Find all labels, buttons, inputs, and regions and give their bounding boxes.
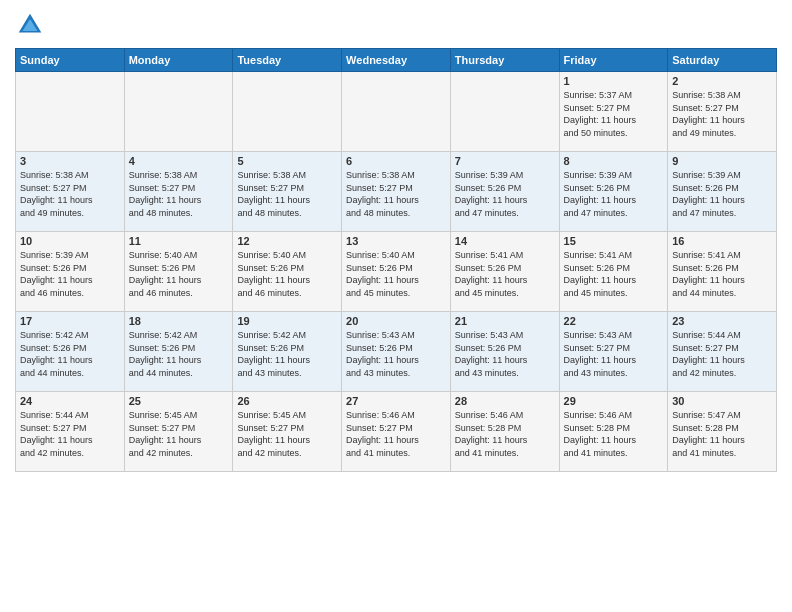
- calendar-cell: 18Sunrise: 5:42 AM Sunset: 5:26 PM Dayli…: [124, 312, 233, 392]
- day-number: 25: [129, 395, 229, 407]
- day-info: Sunrise: 5:41 AM Sunset: 5:26 PM Dayligh…: [455, 249, 555, 299]
- day-number: 5: [237, 155, 337, 167]
- week-row-0: 1Sunrise: 5:37 AM Sunset: 5:27 PM Daylig…: [16, 72, 777, 152]
- calendar-cell: 21Sunrise: 5:43 AM Sunset: 5:26 PM Dayli…: [450, 312, 559, 392]
- logo: [15, 10, 49, 40]
- day-number: 30: [672, 395, 772, 407]
- calendar-cell: 2Sunrise: 5:38 AM Sunset: 5:27 PM Daylig…: [668, 72, 777, 152]
- day-info: Sunrise: 5:46 AM Sunset: 5:27 PM Dayligh…: [346, 409, 446, 459]
- day-info: Sunrise: 5:45 AM Sunset: 5:27 PM Dayligh…: [237, 409, 337, 459]
- week-row-2: 10Sunrise: 5:39 AM Sunset: 5:26 PM Dayli…: [16, 232, 777, 312]
- calendar-cell: 1Sunrise: 5:37 AM Sunset: 5:27 PM Daylig…: [559, 72, 668, 152]
- calendar-cell: 28Sunrise: 5:46 AM Sunset: 5:28 PM Dayli…: [450, 392, 559, 472]
- day-number: 9: [672, 155, 772, 167]
- calendar-cell: 17Sunrise: 5:42 AM Sunset: 5:26 PM Dayli…: [16, 312, 125, 392]
- calendar-cell: 7Sunrise: 5:39 AM Sunset: 5:26 PM Daylig…: [450, 152, 559, 232]
- day-info: Sunrise: 5:42 AM Sunset: 5:26 PM Dayligh…: [237, 329, 337, 379]
- day-number: 15: [564, 235, 664, 247]
- day-info: Sunrise: 5:39 AM Sunset: 5:26 PM Dayligh…: [20, 249, 120, 299]
- day-info: Sunrise: 5:38 AM Sunset: 5:27 PM Dayligh…: [346, 169, 446, 219]
- header-day-wednesday: Wednesday: [342, 49, 451, 72]
- day-info: Sunrise: 5:42 AM Sunset: 5:26 PM Dayligh…: [20, 329, 120, 379]
- day-info: Sunrise: 5:43 AM Sunset: 5:26 PM Dayligh…: [346, 329, 446, 379]
- day-info: Sunrise: 5:47 AM Sunset: 5:28 PM Dayligh…: [672, 409, 772, 459]
- calendar-cell: 12Sunrise: 5:40 AM Sunset: 5:26 PM Dayli…: [233, 232, 342, 312]
- day-info: Sunrise: 5:40 AM Sunset: 5:26 PM Dayligh…: [129, 249, 229, 299]
- calendar-cell: [124, 72, 233, 152]
- calendar-cell: 11Sunrise: 5:40 AM Sunset: 5:26 PM Dayli…: [124, 232, 233, 312]
- day-number: 10: [20, 235, 120, 247]
- logo-icon: [15, 10, 45, 40]
- day-number: 27: [346, 395, 446, 407]
- day-number: 3: [20, 155, 120, 167]
- calendar-cell: [233, 72, 342, 152]
- day-info: Sunrise: 5:43 AM Sunset: 5:26 PM Dayligh…: [455, 329, 555, 379]
- day-number: 16: [672, 235, 772, 247]
- calendar-cell: 15Sunrise: 5:41 AM Sunset: 5:26 PM Dayli…: [559, 232, 668, 312]
- calendar-cell: 4Sunrise: 5:38 AM Sunset: 5:27 PM Daylig…: [124, 152, 233, 232]
- day-number: 24: [20, 395, 120, 407]
- day-info: Sunrise: 5:40 AM Sunset: 5:26 PM Dayligh…: [346, 249, 446, 299]
- header-day-thursday: Thursday: [450, 49, 559, 72]
- day-number: 13: [346, 235, 446, 247]
- page-header: [15, 10, 777, 40]
- week-row-3: 17Sunrise: 5:42 AM Sunset: 5:26 PM Dayli…: [16, 312, 777, 392]
- day-info: Sunrise: 5:46 AM Sunset: 5:28 PM Dayligh…: [564, 409, 664, 459]
- week-row-4: 24Sunrise: 5:44 AM Sunset: 5:27 PM Dayli…: [16, 392, 777, 472]
- calendar-cell: 19Sunrise: 5:42 AM Sunset: 5:26 PM Dayli…: [233, 312, 342, 392]
- day-info: Sunrise: 5:39 AM Sunset: 5:26 PM Dayligh…: [455, 169, 555, 219]
- day-number: 23: [672, 315, 772, 327]
- day-info: Sunrise: 5:38 AM Sunset: 5:27 PM Dayligh…: [672, 89, 772, 139]
- day-info: Sunrise: 5:44 AM Sunset: 5:27 PM Dayligh…: [20, 409, 120, 459]
- day-info: Sunrise: 5:44 AM Sunset: 5:27 PM Dayligh…: [672, 329, 772, 379]
- calendar-cell: 30Sunrise: 5:47 AM Sunset: 5:28 PM Dayli…: [668, 392, 777, 472]
- calendar-cell: 9Sunrise: 5:39 AM Sunset: 5:26 PM Daylig…: [668, 152, 777, 232]
- day-number: 29: [564, 395, 664, 407]
- calendar-cell: 24Sunrise: 5:44 AM Sunset: 5:27 PM Dayli…: [16, 392, 125, 472]
- day-number: 19: [237, 315, 337, 327]
- day-number: 20: [346, 315, 446, 327]
- header-day-monday: Monday: [124, 49, 233, 72]
- day-number: 7: [455, 155, 555, 167]
- page-container: SundayMondayTuesdayWednesdayThursdayFrid…: [0, 0, 792, 477]
- header-day-tuesday: Tuesday: [233, 49, 342, 72]
- calendar-cell: 10Sunrise: 5:39 AM Sunset: 5:26 PM Dayli…: [16, 232, 125, 312]
- header-day-sunday: Sunday: [16, 49, 125, 72]
- header-row: SundayMondayTuesdayWednesdayThursdayFrid…: [16, 49, 777, 72]
- day-info: Sunrise: 5:38 AM Sunset: 5:27 PM Dayligh…: [129, 169, 229, 219]
- calendar-cell: 6Sunrise: 5:38 AM Sunset: 5:27 PM Daylig…: [342, 152, 451, 232]
- calendar-cell: [342, 72, 451, 152]
- calendar-cell: 22Sunrise: 5:43 AM Sunset: 5:27 PM Dayli…: [559, 312, 668, 392]
- day-info: Sunrise: 5:42 AM Sunset: 5:26 PM Dayligh…: [129, 329, 229, 379]
- calendar-cell: 14Sunrise: 5:41 AM Sunset: 5:26 PM Dayli…: [450, 232, 559, 312]
- calendar-cell: [16, 72, 125, 152]
- calendar-cell: 3Sunrise: 5:38 AM Sunset: 5:27 PM Daylig…: [16, 152, 125, 232]
- day-number: 21: [455, 315, 555, 327]
- day-number: 28: [455, 395, 555, 407]
- header-day-saturday: Saturday: [668, 49, 777, 72]
- day-number: 18: [129, 315, 229, 327]
- calendar-cell: 29Sunrise: 5:46 AM Sunset: 5:28 PM Dayli…: [559, 392, 668, 472]
- day-info: Sunrise: 5:39 AM Sunset: 5:26 PM Dayligh…: [672, 169, 772, 219]
- day-number: 6: [346, 155, 446, 167]
- calendar-cell: 5Sunrise: 5:38 AM Sunset: 5:27 PM Daylig…: [233, 152, 342, 232]
- day-info: Sunrise: 5:43 AM Sunset: 5:27 PM Dayligh…: [564, 329, 664, 379]
- day-info: Sunrise: 5:46 AM Sunset: 5:28 PM Dayligh…: [455, 409, 555, 459]
- day-info: Sunrise: 5:38 AM Sunset: 5:27 PM Dayligh…: [237, 169, 337, 219]
- day-number: 12: [237, 235, 337, 247]
- calendar-cell: 26Sunrise: 5:45 AM Sunset: 5:27 PM Dayli…: [233, 392, 342, 472]
- calendar-cell: 25Sunrise: 5:45 AM Sunset: 5:27 PM Dayli…: [124, 392, 233, 472]
- calendar-cell: 20Sunrise: 5:43 AM Sunset: 5:26 PM Dayli…: [342, 312, 451, 392]
- day-info: Sunrise: 5:41 AM Sunset: 5:26 PM Dayligh…: [564, 249, 664, 299]
- calendar-cell: 23Sunrise: 5:44 AM Sunset: 5:27 PM Dayli…: [668, 312, 777, 392]
- day-info: Sunrise: 5:40 AM Sunset: 5:26 PM Dayligh…: [237, 249, 337, 299]
- day-info: Sunrise: 5:37 AM Sunset: 5:27 PM Dayligh…: [564, 89, 664, 139]
- calendar-cell: [450, 72, 559, 152]
- day-number: 14: [455, 235, 555, 247]
- day-number: 11: [129, 235, 229, 247]
- day-info: Sunrise: 5:41 AM Sunset: 5:26 PM Dayligh…: [672, 249, 772, 299]
- calendar-cell: 16Sunrise: 5:41 AM Sunset: 5:26 PM Dayli…: [668, 232, 777, 312]
- calendar-table: SundayMondayTuesdayWednesdayThursdayFrid…: [15, 48, 777, 472]
- day-info: Sunrise: 5:45 AM Sunset: 5:27 PM Dayligh…: [129, 409, 229, 459]
- day-number: 2: [672, 75, 772, 87]
